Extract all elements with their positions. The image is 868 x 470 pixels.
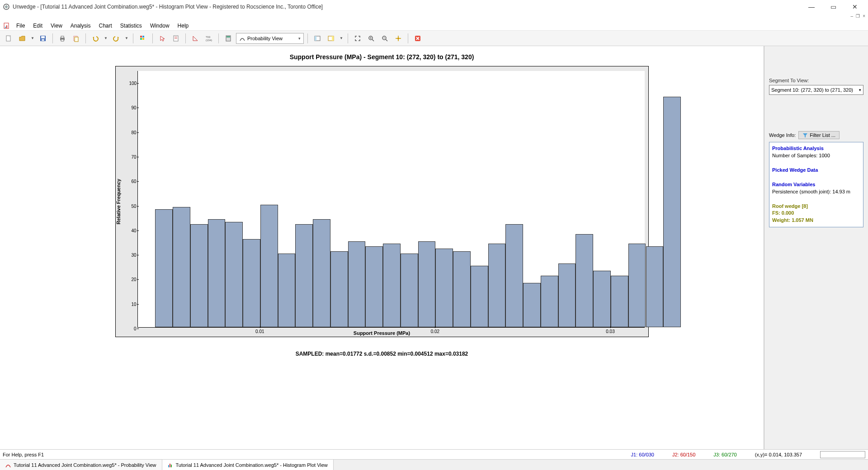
status-input[interactable] [820,451,865,458]
svg-text:?33: ?33 [206,36,211,38]
x-tick-label: 0.02 [431,329,439,334]
menu-edit[interactable]: Edit [29,22,46,30]
histogram-bar[interactable] [383,244,401,327]
histogram-bar[interactable] [208,219,226,327]
tab-histogram-view[interactable]: Tutorial 11 Advanced Joint Combination.w… [162,460,334,470]
zoom-out-button[interactable] [379,33,391,44]
svg-rect-15 [140,38,142,40]
histogram-bar[interactable] [488,244,506,327]
histogram-bar[interactable] [330,251,348,327]
menu-chart[interactable]: Chart [95,22,116,30]
panel-right-button[interactable] [325,33,337,44]
grid-button[interactable] [137,33,149,44]
histogram-bar[interactable] [453,251,471,327]
histogram-bar[interactable] [611,276,628,327]
zoom-in-button[interactable] [365,33,377,44]
histogram-bar[interactable] [365,246,383,327]
histogram-bar[interactable] [313,219,330,327]
undo-dropdown-icon[interactable]: ▼ [103,36,108,40]
histogram-bar[interactable] [593,271,611,327]
close-view-button[interactable] [412,33,424,44]
histogram-bar[interactable] [418,241,436,327]
close-button[interactable]: ✕ [848,3,862,10]
svg-rect-6 [41,36,45,38]
menu-analysis[interactable]: Analysis [67,22,94,30]
tab-1-label: Tutorial 11 Advanced Joint Combination.w… [14,462,156,468]
y-axis-label: Relative Frequency [116,179,121,225]
histogram-bar[interactable] [541,276,558,327]
redo-button[interactable] [110,33,122,44]
mdi-minimize-icon[interactable]: – [851,14,854,21]
histogram-bar[interactable] [576,234,593,327]
scale-button[interactable]: ?33(134) [203,33,215,44]
svg-text:(134): (134) [206,39,212,42]
tab-probability-view[interactable]: Tutorial 11 Advanced Joint Combination.w… [0,460,162,470]
histogram-bar[interactable] [278,254,296,327]
zoom-extents-button[interactable] [352,33,363,44]
mdi-restore-icon[interactable]: ❐ [856,14,860,21]
plot-area[interactable] [137,71,645,328]
panel-dropdown-icon[interactable]: ▼ [339,36,344,40]
histogram-bar[interactable] [558,263,576,327]
histogram-bar[interactable] [295,224,313,327]
calculator-button[interactable] [222,33,234,44]
pointer-button[interactable] [156,33,168,44]
mdi-close-icon[interactable]: × [863,14,865,21]
svg-rect-3 [6,25,7,28]
histogram-bar[interactable] [401,254,418,327]
undo-button[interactable] [90,33,101,44]
histogram-bar[interactable] [190,224,208,327]
histogram-bar[interactable] [348,241,366,327]
filter-list-button[interactable]: Filter List ... [798,131,840,139]
info-samples: Number of Samples: 1000 [772,152,860,160]
chevron-down-icon: ▾ [859,88,861,92]
histogram-bar[interactable] [628,244,646,327]
document-button[interactable] [170,33,182,44]
histogram-bar[interactable] [435,249,453,327]
menu-view[interactable]: View [47,22,66,30]
view-mode-select[interactable]: Probability View ▾ [236,33,304,44]
histogram-bar[interactable] [646,246,664,327]
histogram-bar[interactable] [155,209,173,327]
info-persistence: Persistence (smooth joint): 14.93 m [772,188,860,196]
x-axis-label: Support Pressure (MPa) [116,330,648,336]
histogram-bar[interactable] [173,207,190,327]
pan-button[interactable] [392,33,404,44]
menu-window[interactable]: Window [146,22,173,30]
info-fs: FS: 0.000 [772,210,860,217]
maximize-button[interactable]: ▭ [826,3,840,10]
histogram-bar[interactable] [471,266,488,327]
histogram-bar[interactable] [225,222,243,327]
histogram-bar[interactable] [505,224,523,327]
print-button[interactable] [57,33,68,44]
open-file-button[interactable] [16,33,28,44]
info-weight: Weight: 1.057 MN [772,217,860,224]
svg-rect-9 [61,36,64,38]
y-tick-label: 40 [129,228,137,233]
histogram-bar[interactable] [663,97,681,327]
open-dropdown-icon[interactable]: ▼ [30,36,35,40]
menu-help[interactable]: Help [174,22,193,30]
histogram-icon [168,462,173,468]
redo-dropdown-icon[interactable]: ▼ [124,36,129,40]
axis-button[interactable] [189,33,201,44]
histogram-bar[interactable] [243,239,260,327]
panel-left-button[interactable] [311,33,323,44]
menu-bar: File Edit View Analysis Chart Statistics… [0,21,868,31]
menu-statistics[interactable]: Statistics [117,22,146,30]
segment-select[interactable]: Segment 10: (272, 320) to (271, 320) ▾ [769,85,863,95]
new-file-button[interactable] [3,33,14,44]
svg-rect-12 [75,37,78,42]
histogram-bar[interactable] [523,283,541,327]
status-bar: For Help, press F1 J1: 60/030 J2: 60/150… [0,449,868,459]
toolbar: ▼ ▼ ▼ ?33(134) Probability View ▾ ▼ [0,31,868,46]
svg-rect-38 [170,464,170,467]
save-button[interactable] [37,33,49,44]
mdi-controls: – ❐ × [0,14,868,21]
histogram-bar[interactable] [260,205,278,327]
copy-button[interactable] [70,33,82,44]
minimize-button[interactable]: — [805,3,818,10]
wedge-info-box: Probabilistic Analysis Number of Samples… [769,142,863,227]
y-tick-label: 90 [129,105,137,110]
menu-file[interactable]: File [13,22,28,30]
